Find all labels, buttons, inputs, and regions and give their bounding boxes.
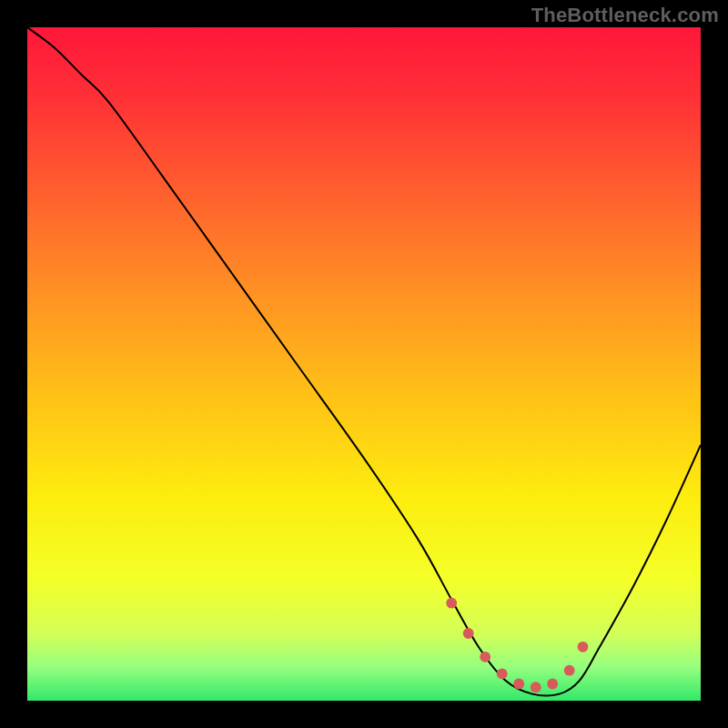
marker-dot — [531, 682, 541, 693]
watermark-text: TheBottleneck.com — [531, 4, 719, 27]
marker-dot — [513, 679, 524, 690]
plot-area — [27, 27, 701, 701]
marker-dot — [463, 628, 474, 639]
marker-dot — [578, 642, 589, 652]
marker-dot — [564, 665, 575, 676]
optimal-range-markers — [27, 27, 701, 701]
marker-dot — [547, 679, 558, 690]
marker-dot — [446, 598, 457, 609]
marker-dot — [497, 668, 508, 679]
chart-frame: TheBottleneck.com — [0, 0, 728, 728]
marker-dot — [480, 652, 490, 662]
